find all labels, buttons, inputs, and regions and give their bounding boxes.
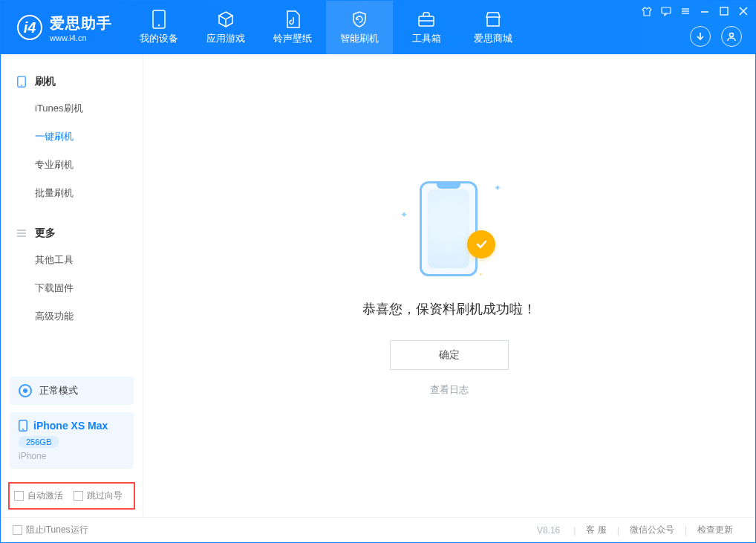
- tab-toolbox[interactable]: 工具箱: [393, 1, 460, 54]
- maximize-button[interactable]: [718, 5, 730, 17]
- app-header: i4 爱思助手 www.i4.cn 我的设备 应用游戏: [1, 1, 755, 54]
- checkbox-label: 阻止iTunes运行: [26, 524, 88, 536]
- sidebar-item-batch-flash[interactable]: 批量刷机: [1, 179, 143, 207]
- device-type: iPhone: [19, 451, 125, 461]
- svg-point-20: [22, 429, 24, 430]
- tab-smart-flash[interactable]: 智能刷机: [326, 1, 393, 54]
- success-illustration: ✦ ✦ ●: [397, 175, 501, 279]
- tab-label: 我的设备: [140, 32, 178, 45]
- checkbox-label: 自动激活: [27, 490, 63, 502]
- footer-link-update[interactable]: 检查更新: [687, 524, 743, 536]
- checkbox-label: 跳过向导: [87, 490, 123, 502]
- list-icon: [16, 227, 27, 239]
- sidebar-item-pro-flash[interactable]: 专业刷机: [1, 151, 143, 179]
- user-button[interactable]: [721, 26, 742, 47]
- store-icon: [484, 10, 502, 28]
- sidebar-group-title: 刷机: [35, 75, 56, 88]
- sidebar-group-title: 更多: [35, 227, 56, 240]
- ok-button[interactable]: 确定: [390, 340, 509, 370]
- device-mode-panel[interactable]: 正常模式: [10, 377, 134, 405]
- svg-point-1: [158, 24, 160, 25]
- success-message: 恭喜您，保资料刷机成功啦！: [362, 300, 536, 318]
- device-panel[interactable]: iPhone XS Max 256GB iPhone: [10, 412, 134, 469]
- sidebar: 刷机 iTunes刷机 一键刷机 专业刷机 批量刷机 更多 其他工具 下载固件 …: [1, 54, 143, 517]
- checkbox-auto-activate[interactable]: 自动激活: [14, 490, 63, 502]
- svg-point-13: [730, 33, 734, 37]
- sidebar-group-flash: 刷机: [1, 69, 143, 94]
- tab-label: 爱思商城: [474, 32, 512, 45]
- minimize-button[interactable]: [699, 5, 711, 17]
- tab-label: 应用游戏: [206, 32, 245, 45]
- music-file-icon: [284, 10, 302, 28]
- tab-apps-games[interactable]: 应用游戏: [192, 1, 259, 54]
- checkbox-stop-itunes[interactable]: 阻止iTunes运行: [13, 524, 88, 536]
- logo-icon: i4: [17, 15, 42, 40]
- svg-rect-4: [662, 7, 671, 13]
- sidebar-item-advanced[interactable]: 高级功能: [1, 302, 143, 331]
- phone-graphic: [420, 181, 478, 276]
- tab-label: 铃声壁纸: [273, 32, 312, 45]
- tab-store[interactable]: 爱思商城: [460, 1, 527, 54]
- footer-link-support[interactable]: 客 服: [576, 524, 616, 536]
- footer-link-wechat[interactable]: 微信公众号: [619, 524, 685, 536]
- svg-rect-9: [720, 7, 728, 15]
- header-right: [690, 26, 742, 47]
- phone-icon: [16, 76, 27, 88]
- app-logo: i4 爱思助手 www.i4.cn: [1, 13, 126, 42]
- tab-label: 工具箱: [412, 32, 441, 45]
- checkbox-skip-guide[interactable]: 跳过向导: [74, 490, 123, 502]
- menu-icon[interactable]: [680, 5, 691, 17]
- app-url: www.i4.cn: [50, 33, 112, 42]
- sidebar-item-onekey-flash[interactable]: 一键刷机: [1, 123, 143, 151]
- svg-point-15: [21, 85, 22, 86]
- device-name: iPhone XS Max: [33, 420, 108, 432]
- device-icon: [150, 10, 168, 28]
- tab-my-device[interactable]: 我的设备: [126, 1, 192, 54]
- checkbox-icon: [14, 491, 24, 501]
- sidebar-item-download-firmware[interactable]: 下载固件: [1, 274, 143, 302]
- sidebar-item-other-tools[interactable]: 其他工具: [1, 246, 143, 274]
- skin-icon[interactable]: [641, 5, 653, 17]
- tab-ringtones-wallpapers[interactable]: 铃声壁纸: [259, 1, 326, 54]
- refresh-shield-icon: [351, 10, 368, 28]
- checkbox-icon: [74, 491, 83, 501]
- version-label: V8.16: [537, 525, 560, 536]
- mode-icon: [19, 384, 32, 397]
- nav-tabs: 我的设备 应用游戏 铃声壁纸 智能刷机: [126, 1, 527, 54]
- download-button[interactable]: [690, 26, 711, 47]
- window-controls: [641, 5, 749, 17]
- main-content: ✦ ✦ ● 恭喜您，保资料刷机成功啦！ 确定 查看日志: [143, 54, 755, 517]
- app-name: 爱思助手: [50, 13, 112, 33]
- cube-icon: [217, 10, 235, 28]
- tab-label: 智能刷机: [340, 32, 379, 45]
- device-mode-label: 正常模式: [39, 384, 78, 397]
- device-phone-icon: [19, 420, 27, 432]
- highlighted-checkbox-group: 自动激活 跳过向导: [8, 482, 135, 510]
- device-storage: 256GB: [19, 436, 59, 448]
- sidebar-item-itunes-flash[interactable]: iTunes刷机: [1, 94, 143, 123]
- toolbox-icon: [417, 10, 435, 28]
- success-check-icon: [467, 230, 495, 259]
- close-button[interactable]: [737, 5, 749, 17]
- footer: 阻止iTunes运行 V8.16 | 客 服 | 微信公众号 | 检查更新: [1, 517, 755, 542]
- sidebar-group-more: 更多: [1, 221, 143, 246]
- feedback-icon[interactable]: [660, 5, 672, 17]
- checkbox-icon: [13, 525, 22, 535]
- view-log-link[interactable]: 查看日志: [430, 383, 469, 397]
